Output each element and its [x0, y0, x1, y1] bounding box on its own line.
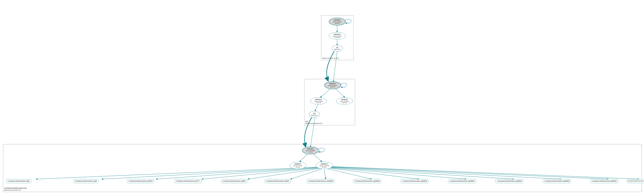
node-org-ds: DS digest alg=2: [309, 111, 320, 117]
node-sub1: alg=13, id=39007: [306, 150, 315, 151]
node-sub1: alg=8, id=26974: [328, 85, 337, 86]
node-sub1: alg=8, id=55149: [340, 101, 349, 102]
rrset-mx: consejoescolardecanarias.org/MX: [221, 179, 248, 183]
node-title: DS: [313, 113, 316, 115]
node-title: DNSKEY: [315, 99, 322, 101]
rrset-aaaa-1: consejoescolardecanarias.org/AAAA: [306, 179, 335, 183]
node-sub2: 1024 bits: [342, 102, 347, 103]
node-sub2: 512 bits: [296, 166, 300, 168]
rrset-txt: consejoescolardecanarias.org/TXT: [174, 179, 201, 183]
rrset-aaaa-6: consejoescolardecanarias.org/AAAA: [543, 179, 571, 183]
node-sub2: 512 bits: [322, 166, 326, 168]
rrset-aaaa-5: consejoescolardecanarias.org/AAAA: [496, 179, 524, 183]
rrset-a-2: consejoescolardecanarias.org/A: [74, 179, 98, 183]
node-sub1: digest alg=2: [334, 49, 340, 50]
rrset-aaaa-2: consejoescolardecanarias.org/AAAA: [353, 179, 381, 183]
zone-root-timestamp: (2024-01-30 19:11:45 UTC): [322, 57, 339, 59]
node-sub1: alg=8, id=3093: [314, 101, 322, 102]
node-title: DNSKEY: [329, 83, 336, 85]
node-sub2: 1024 bits: [316, 102, 321, 103]
node-sub1: alg=8, id=20326: [333, 21, 342, 23]
node-org-zsk1: DNSKEY alg=8, id=3093 1024 bits: [310, 97, 327, 105]
rrset-soa: consejoescolardecanarias.org/SOA: [127, 179, 154, 183]
zone-leaf-label: consejoescolardecanarias.org: [4, 187, 26, 189]
rrset-aaaa-7: consejoescolardecanarias.org/AAAA: [590, 179, 618, 183]
node-org-zsk2: DNSKEY alg=8, id=55149 1024 bits: [336, 97, 353, 105]
node-root-ds: DS digest alg=2: [332, 45, 343, 51]
node-title: DS: [336, 47, 338, 49]
node-leaf-ksk: DNSKEY alg=13, id=39007 512 bits: [302, 146, 319, 154]
node-title: DNSKEY: [334, 19, 341, 21]
node-root-zsk: DNSKEY alg=8, id=30903 2048 bits: [329, 32, 346, 39]
node-sub1: alg=13, id=5120: [294, 165, 302, 166]
node-leaf-zsk2: DNSKEY alg=13, id=10255 512 bits: [316, 162, 333, 169]
zone-org-timestamp: (2024-01-30 21:05:26 UTC): [305, 123, 322, 125]
node-sub2: 512 bits: [308, 151, 313, 153]
rrset-aaaa-3: consejoescolardecanarias.org/AAAA: [400, 179, 429, 183]
zone-leaf-timestamp: (2024-01-30 23:12:20 UTC): [4, 189, 21, 191]
node-title: DNSKEY: [341, 99, 348, 101]
node-sub2: 2048 bits: [335, 23, 340, 24]
node-sub2: 2048 bits: [335, 37, 340, 38]
node-sub1: digest alg=2: [311, 115, 318, 116]
zone-org-label: org: [305, 120, 308, 122]
rrset-ns: consejoescolardecanarias.org/NS: [264, 179, 291, 183]
node-title: DNSKEY: [334, 33, 341, 35]
rrset-aaaa-4: consejoescolardecanarias.org/AAAA: [448, 179, 476, 183]
dnssec-graph: . (2024-01-30 19:11:45 UTC) DNSKEY alg=8…: [0, 0, 644, 196]
rrset-a-1: consejoescolardecanarias.org/A: [6, 179, 31, 183]
node-title: DNSKEY: [321, 163, 328, 165]
node-sub1: alg=8, id=30903: [333, 35, 342, 37]
node-root-ksk: DNSKEY alg=8, id=20326 2048 bits: [329, 18, 346, 26]
node-leaf-zsk1: DNSKEY alg=13, id=5120 512 bits: [290, 162, 306, 169]
node-org-ksk: DNSKEY alg=8, id=26974 2048 bits: [324, 81, 341, 89]
node-title: DNSKEY: [294, 163, 301, 165]
node-sub1: alg=13, id=10255: [320, 165, 329, 166]
node-sub2: 2048 bits: [330, 86, 335, 87]
zone-root-label: .: [322, 55, 322, 57]
rrset-aaaa-8: consejoescolardecanarias.org/AAAA: [627, 179, 644, 183]
node-title: DNSKEY: [307, 148, 314, 150]
